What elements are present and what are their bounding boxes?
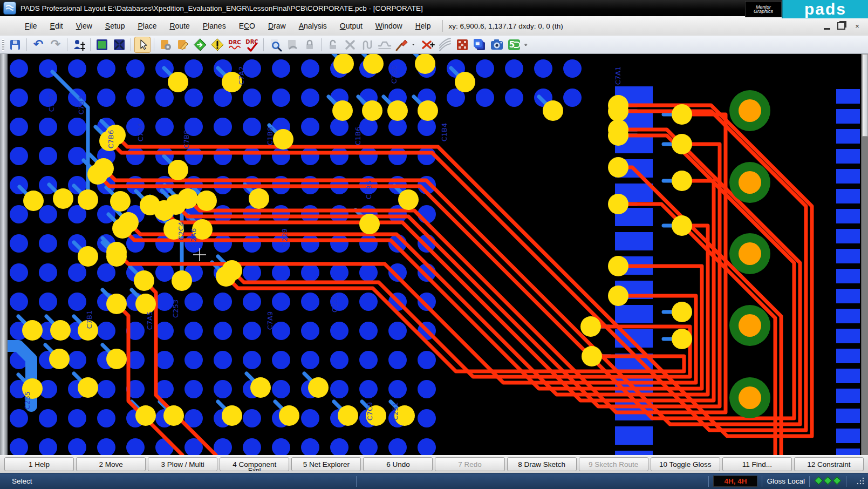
svg-text:C1B4: C1B4: [440, 123, 448, 142]
status-indicator-lights: [814, 477, 842, 485]
resize-grip[interactable]: [856, 478, 864, 485]
toolbar-separator: [26, 38, 27, 51]
menu-items: FileEditViewSetupPlaceRoutePlanesECODraw…: [18, 18, 437, 33]
svg-text:C2A6: C2A6: [189, 228, 197, 247]
display-control-icon[interactable]: [94, 37, 110, 53]
svg-text:DRC: DRC: [228, 39, 241, 45]
vertical-scrollbar[interactable]: [861, 54, 868, 455]
fkey-9-sketch-route: 9 Sketch Route: [579, 457, 648, 471]
delete-icon[interactable]: [342, 37, 358, 53]
drc-pass-icon[interactable]: [192, 37, 208, 53]
gloss-mode-indicator: Gloss Local: [767, 477, 805, 485]
drc-online-icon[interactable]: DRC: [227, 37, 243, 53]
save-icon[interactable]: [7, 37, 23, 53]
lock-icon[interactable]: [302, 37, 318, 53]
unroute-icon[interactable]: [420, 37, 436, 53]
coordinate-readout: xy: 6,900.6, 1,137.17 dxdy: 0, 0 (th): [448, 22, 563, 30]
edit-properties-icon[interactable]: [175, 37, 191, 53]
menu-window[interactable]: Window: [369, 18, 409, 33]
layers-icon[interactable]: ≡: [471, 37, 488, 53]
toolbar-separator: [67, 38, 67, 51]
menu-setup[interactable]: Setup: [99, 18, 132, 33]
menu-planes[interactable]: Planes: [196, 18, 233, 33]
multi-route-icon[interactable]: [437, 37, 453, 53]
fkey-12-constraint[interactable]: 12 Constraint..: [794, 457, 864, 471]
fkey-10-toggle-gloss[interactable]: 10 Toggle Gloss: [651, 457, 720, 471]
function-key-bar: 1 Help2 Move3 Plow / Multi4 ComponentExp…: [0, 455, 868, 473]
svg-text:↶: ↶: [33, 38, 43, 51]
window-title: PADS Professional Layout E:\Databases\Xp…: [20, 4, 423, 12]
menu-analysis[interactable]: Analysis: [292, 18, 333, 33]
undo-icon[interactable]: ↶: [30, 37, 46, 53]
menu-output[interactable]: Output: [333, 18, 369, 33]
status-diamond-icon: [833, 477, 842, 485]
fkey-8-draw-sketch[interactable]: 8 Draw Sketch: [507, 457, 577, 471]
menu-edit[interactable]: Edit: [44, 18, 70, 33]
window-controls: ×: [824, 22, 863, 30]
svg-text:C7C9: C7C9: [366, 402, 374, 421]
fkey-4-component[interactable]: 4 ComponentExpl: [220, 457, 289, 471]
menu-place[interactable]: Place: [131, 18, 163, 33]
svg-text:C7B4: C7B4: [136, 123, 145, 142]
restore-button[interactable]: [837, 22, 845, 30]
gloss-brush-icon[interactable]: [394, 37, 410, 53]
drc-warning-icon[interactable]: [209, 37, 225, 53]
redo-icon[interactable]: ↷: [47, 37, 64, 53]
toolbar-separator: [90, 38, 91, 51]
pan-document-icon[interactable]: [284, 37, 300, 53]
svg-text:C251: C251: [391, 402, 399, 420]
scrollbar-thumb[interactable]: [862, 54, 868, 137]
app-icon: [3, 2, 16, 15]
toolbar-grip[interactable]: [2, 39, 4, 51]
status-diamond-icon: [815, 477, 823, 485]
svg-text:C7A5: C7A5: [146, 311, 154, 330]
meander-icon[interactable]: [377, 37, 393, 53]
svg-text:↷: ↷: [51, 38, 61, 51]
app-window: PADS Professional Layout E:\Databases\Xp…: [0, 0, 868, 489]
die-icon[interactable]: [454, 37, 470, 53]
snapshot-icon[interactable]: [489, 37, 505, 53]
fit-board-icon[interactable]: [111, 37, 127, 53]
brand-logos: Mentor Graphics pads: [745, 0, 868, 18]
menu-view[interactable]: View: [70, 18, 99, 33]
fkey-5-net-explorer[interactable]: 5 Net Explorer: [291, 457, 361, 471]
select-arrow-icon[interactable]: [134, 37, 151, 53]
svg-text:C7B6: C7B6: [107, 130, 115, 149]
fkey-11-find[interactable]: 11 Find...: [722, 457, 792, 471]
fkey-1-help[interactable]: 1 Help: [4, 457, 74, 471]
drc-off-icon[interactable]: DRC: [244, 37, 260, 53]
gloss-dropdown-caret[interactable]: [411, 37, 419, 53]
status-diamond-icon: [824, 477, 832, 485]
menu-draw[interactable]: Draw: [262, 18, 292, 33]
svg-text:C7B0: C7B0: [390, 65, 398, 84]
serpentine-icon[interactable]: [359, 37, 375, 53]
toolbar-separator: [321, 38, 322, 51]
minimize-button[interactable]: [824, 23, 830, 30]
svg-text:5: 5: [509, 40, 515, 50]
fkey-7-redo: 7 Redo: [435, 457, 504, 471]
toolbar-separator: [131, 38, 131, 51]
logic-symbol-icon[interactable]: 5: [506, 37, 522, 53]
menu-help[interactable]: Help: [409, 18, 438, 33]
menu-separator: [442, 20, 443, 32]
close-button[interactable]: ×: [852, 22, 863, 30]
unlock-icon[interactable]: [325, 37, 341, 53]
menu-bar: FileEditViewSetupPlaceRoutePlanesECODraw…: [0, 16, 868, 36]
status-mode: Select: [12, 477, 352, 485]
menu-eco[interactable]: ECO: [233, 18, 262, 33]
menu-route[interactable]: Route: [163, 18, 196, 33]
fkey-3-plow-multi[interactable]: 3 Plow / Multi: [148, 457, 217, 471]
svg-text:C7B3: C7B3: [77, 96, 85, 115]
setup-parameters-icon[interactable]: [158, 37, 174, 53]
toolbar-overflow-caret[interactable]: [523, 37, 531, 53]
toolbar-icons: ↶↷DRCDRC≡5: [6, 37, 531, 53]
svg-text:C7A1: C7A1: [614, 66, 622, 85]
fkey-2-move[interactable]: 2 Move: [76, 457, 146, 471]
fkey-6-undo[interactable]: 6 Undo: [363, 457, 433, 471]
zoom-review-icon[interactable]: [267, 37, 283, 53]
add-component-icon[interactable]: [71, 37, 87, 53]
svg-text:C2C4: C2C4: [177, 222, 185, 241]
menu-file[interactable]: File: [18, 18, 44, 33]
pcb-design-canvas[interactable]: C7B2C7B3C7B6C7B4C7B8C1B8C1B6C1B4C7B0C7A2…: [8, 54, 861, 455]
toolbar-separator: [154, 38, 154, 51]
